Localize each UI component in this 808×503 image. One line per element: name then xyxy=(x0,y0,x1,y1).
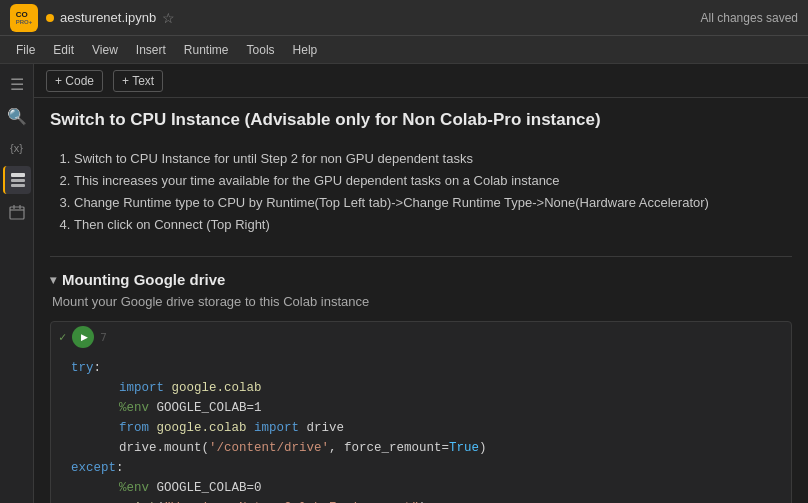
code-cell-header: ✓ 7 xyxy=(51,322,791,352)
menu-runtime[interactable]: Runtime xyxy=(176,40,237,60)
menu-edit[interactable]: Edit xyxy=(45,40,82,60)
notebook-icon xyxy=(46,14,54,22)
menu-help[interactable]: Help xyxy=(285,40,326,60)
menu-insert[interactable]: Insert xyxy=(128,40,174,60)
collapse-arrow-icon[interactable]: ▾ xyxy=(50,273,56,287)
filename-area: aesturenet.ipynb ☆ xyxy=(46,10,175,26)
menu-view[interactable]: View xyxy=(84,40,126,60)
toolbar: + Code + Text xyxy=(34,64,808,98)
section-gdrive-title: Mounting Google drive xyxy=(62,271,225,288)
star-icon[interactable]: ☆ xyxy=(162,10,175,26)
list-item: Switch to CPU Instance for until Step 2 … xyxy=(74,148,792,170)
add-text-button[interactable]: + Text xyxy=(113,70,163,92)
code-line-2: import google.colab xyxy=(71,378,779,398)
titlebar: CO PRO+ aesturenet.ipynb ☆ All changes s… xyxy=(0,0,808,36)
section-divider xyxy=(50,256,792,257)
variable-icon[interactable]: {x} xyxy=(3,134,31,162)
svg-rect-3 xyxy=(10,207,24,219)
filename-label: aesturenet.ipynb xyxy=(60,10,156,25)
add-code-button[interactable]: + Code xyxy=(46,70,103,92)
code-line-8: print("Warning: Not a Colab Environment"… xyxy=(71,498,779,503)
menubar: File Edit View Insert Runtime Tools Help xyxy=(0,36,808,64)
saved-status: All changes saved xyxy=(701,11,798,25)
svg-rect-0 xyxy=(11,173,25,177)
list-item: Then click on Connect (Top Right) xyxy=(74,214,792,236)
code-line-5: drive.mount('/content/drive', force_remo… xyxy=(71,438,779,458)
list-item: Change Runtime type to CPU by Runtime(To… xyxy=(74,192,792,214)
calendar-icon[interactable] xyxy=(3,198,31,226)
code-line-6: except: xyxy=(71,458,779,478)
menu-tools[interactable]: Tools xyxy=(239,40,283,60)
search-icon[interactable]: 🔍 xyxy=(3,102,31,130)
section-cpu: Switch to CPU Instance (Advisable only f… xyxy=(50,110,792,236)
list-item: This increases your time available for t… xyxy=(74,170,792,192)
code-line-4: from google.colab import drive xyxy=(71,418,779,438)
sidebar: ☰ 🔍 {x} xyxy=(0,64,34,503)
colab-logo: CO PRO+ xyxy=(10,4,38,32)
section-cpu-title: Switch to CPU Instance (Advisable only f… xyxy=(50,110,792,136)
main-layout: ☰ 🔍 {x} + Code + Text xyxy=(0,64,808,503)
collapsible-header[interactable]: ▾ Mounting Google drive xyxy=(50,271,792,288)
menu-file[interactable]: File xyxy=(8,40,43,60)
code-line-1: try: xyxy=(71,358,779,378)
code-line-7: %env GOOGLE_COLAB=0 xyxy=(71,478,779,498)
run-button[interactable] xyxy=(72,326,94,348)
cell-number: 7 xyxy=(100,331,107,344)
menu-icon[interactable]: ☰ xyxy=(3,70,31,98)
code-cell: ✓ 7 try: import google.colab %env GOOGLE… xyxy=(50,321,792,503)
svg-rect-2 xyxy=(11,184,25,187)
cell-check: ✓ xyxy=(59,330,66,344)
section-gdrive: ▾ Mounting Google drive Mount your Googl… xyxy=(50,271,792,503)
section-cpu-list: Switch to CPU Instance for until Step 2 … xyxy=(50,148,792,236)
code-body: try: import google.colab %env GOOGLE_COL… xyxy=(51,352,791,503)
table-icon[interactable] xyxy=(3,166,31,194)
svg-rect-1 xyxy=(11,179,25,182)
content-area: Switch to CPU Instance (Advisable only f… xyxy=(34,98,808,503)
code-line-3: %env GOOGLE_COLAB=1 xyxy=(71,398,779,418)
section-gdrive-desc: Mount your Google drive storage to this … xyxy=(50,294,792,309)
